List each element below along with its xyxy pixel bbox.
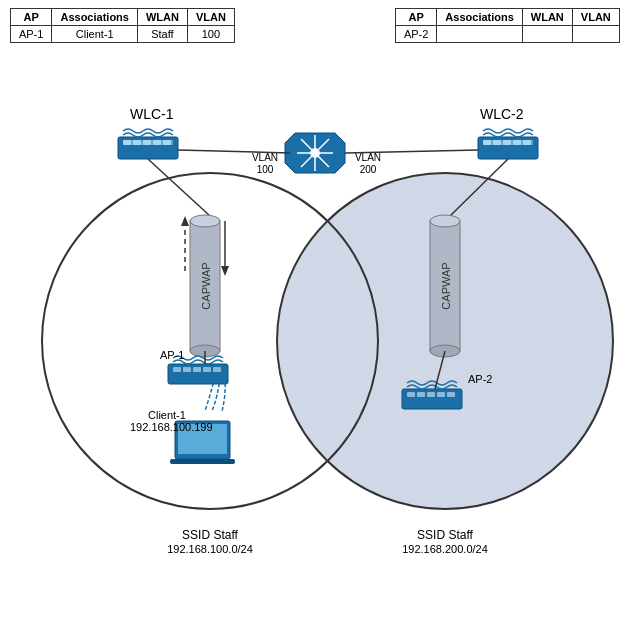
table-row: AP-1 Client-1 Staff 100 bbox=[11, 26, 235, 43]
cell-wlan2 bbox=[522, 26, 572, 43]
wlc2-label: WLC-2 bbox=[480, 106, 524, 122]
capwap-left: CAPWAP bbox=[190, 215, 220, 357]
ap2-icon bbox=[402, 381, 462, 409]
table-left: AP Associations WLAN VLAN AP-1 Client-1 … bbox=[10, 8, 235, 43]
ap1-text: AP-1 bbox=[160, 349, 184, 361]
vlan100-label: VLAN bbox=[252, 152, 278, 163]
ssid-left-subnet: 192.168.100.0/24 bbox=[167, 543, 253, 555]
svg-rect-4 bbox=[143, 140, 151, 145]
vlan200-label: VLAN bbox=[355, 152, 381, 163]
network-diagram: WLC-1 WLC-2 bbox=[0, 51, 641, 631]
cell-assoc2 bbox=[437, 26, 522, 43]
ssid-right-subnet: 192.168.200.0/24 bbox=[402, 543, 488, 555]
svg-rect-9 bbox=[483, 140, 491, 145]
svg-rect-38 bbox=[417, 392, 425, 397]
svg-rect-34 bbox=[203, 367, 211, 372]
svg-rect-2 bbox=[123, 140, 131, 145]
ap2-text: AP-2 bbox=[468, 373, 492, 385]
wlc1-icon bbox=[118, 129, 178, 159]
cell-vlan2 bbox=[572, 26, 619, 43]
svg-rect-3 bbox=[133, 140, 141, 145]
svg-rect-40 bbox=[437, 392, 445, 397]
svg-rect-10 bbox=[493, 140, 501, 145]
diagram-svg: WLC-1 WLC-2 bbox=[0, 51, 641, 621]
wlc2-icon bbox=[478, 129, 538, 159]
svg-rect-35 bbox=[213, 367, 221, 372]
capwap-right: CAPWAP bbox=[430, 215, 460, 357]
svg-rect-32 bbox=[183, 367, 191, 372]
svg-rect-31 bbox=[173, 367, 181, 372]
capwap-left-label: CAPWAP bbox=[200, 262, 212, 309]
client1-label: Client-1 bbox=[148, 409, 186, 421]
ssid-right-label: SSID Staff bbox=[417, 528, 473, 542]
cell-ap: AP-1 bbox=[11, 26, 52, 43]
svg-rect-33 bbox=[193, 367, 201, 372]
cell-wlan: Staff bbox=[137, 26, 187, 43]
cell-vlan: 100 bbox=[187, 26, 234, 43]
svg-rect-11 bbox=[503, 140, 511, 145]
col-ap-left: AP bbox=[11, 9, 52, 26]
svg-rect-13 bbox=[523, 140, 531, 145]
svg-rect-5 bbox=[153, 140, 161, 145]
col-ap-right: AP bbox=[395, 9, 436, 26]
ssid-left-label: SSID Staff bbox=[182, 528, 238, 542]
col-wlan-left: WLAN bbox=[137, 9, 187, 26]
core-switch-icon bbox=[285, 133, 345, 173]
svg-rect-12 bbox=[513, 140, 521, 145]
vlan200-num: 200 bbox=[360, 164, 377, 175]
svg-rect-44 bbox=[170, 459, 235, 464]
svg-point-23 bbox=[310, 148, 320, 158]
col-wlan-right: WLAN bbox=[522, 9, 572, 26]
vlan100-num: 100 bbox=[257, 164, 274, 175]
col-vlan-left: VLAN bbox=[187, 9, 234, 26]
table-right: AP Associations WLAN VLAN AP-2 bbox=[395, 8, 620, 43]
cell-assoc: Client-1 bbox=[52, 26, 137, 43]
svg-rect-41 bbox=[447, 392, 455, 397]
wlc1-label: WLC-1 bbox=[130, 106, 174, 122]
col-vlan-right: VLAN bbox=[572, 9, 619, 26]
svg-rect-37 bbox=[407, 392, 415, 397]
col-assoc-right: Associations bbox=[437, 9, 522, 26]
cell-ap2: AP-2 bbox=[395, 26, 436, 43]
svg-rect-39 bbox=[427, 392, 435, 397]
capwap-right-label: CAPWAP bbox=[440, 262, 452, 309]
tables-container: AP Associations WLAN VLAN AP-1 Client-1 … bbox=[0, 0, 641, 47]
table-row: AP-2 bbox=[395, 26, 619, 43]
svg-point-25 bbox=[190, 215, 220, 227]
client1-ip: 192.168.100.199 bbox=[130, 421, 213, 433]
col-assoc-left: Associations bbox=[52, 9, 137, 26]
svg-rect-6 bbox=[163, 140, 171, 145]
svg-point-28 bbox=[430, 215, 460, 227]
